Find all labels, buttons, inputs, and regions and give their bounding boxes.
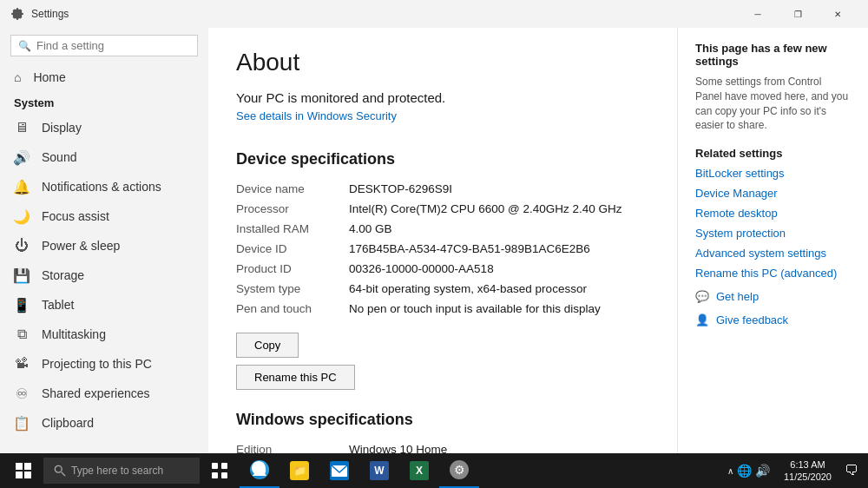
give-feedback-label: Give feedback	[716, 313, 788, 326]
taskbar-excel[interactable]: X	[399, 453, 439, 488]
spec-label-pen-touch: Pen and touch	[236, 302, 349, 315]
taskbar-app-icons: 📁 W X ⚙	[200, 453, 479, 488]
sidebar-item-projecting[interactable]: 📽 Projecting to this PC	[0, 349, 208, 379]
multitasking-icon: ⧉	[14, 326, 30, 342]
sidebar: 🔍 ⌂ Home System 🖥 Display 🔊 Sound 🔔 Noti…	[0, 28, 208, 453]
sidebar-item-display[interactable]: 🖥 Display	[0, 113, 208, 142]
monitored-text: Your PC is monitored and protected.	[236, 90, 649, 105]
svg-rect-7	[221, 463, 227, 469]
minimize-button[interactable]: ─	[738, 0, 778, 28]
close-button[interactable]: ✕	[818, 0, 858, 28]
taskbar-edge[interactable]	[240, 453, 279, 488]
sidebar-item-storage[interactable]: 💾 Storage	[0, 260, 208, 290]
svg-rect-6	[212, 463, 218, 469]
spec-value-device-name: DESKTOP-6296S9I	[349, 182, 649, 195]
excel-icon: X	[410, 461, 429, 480]
svg-point-4	[55, 465, 62, 472]
search-icon: 🔍	[18, 40, 31, 52]
taskbar-explorer[interactable]: 📁	[279, 453, 319, 488]
taskbar-settings[interactable]: ⚙	[439, 453, 479, 488]
maximize-button[interactable]: ❐	[778, 0, 818, 28]
svg-rect-3	[24, 472, 31, 478]
get-help-label: Get help	[716, 290, 759, 303]
sidebar-item-sound[interactable]: 🔊 Sound	[0, 142, 208, 172]
sidebar-projecting-label: Projecting to this PC	[42, 357, 152, 371]
taskbar-clock[interactable]: 6:13 AM 11/25/2020	[777, 458, 838, 484]
copy-button[interactable]: Copy	[236, 333, 299, 358]
search-input[interactable]	[36, 39, 190, 52]
related-link-device-manager[interactable]: Device Manager	[695, 187, 851, 200]
table-row: Pen and touch No pen or touch input is a…	[236, 299, 649, 319]
focus-icon: 🌙	[14, 208, 30, 224]
sidebar-shared-label: Shared experiences	[42, 386, 150, 400]
sidebar-item-power[interactable]: ⏻ Power & sleep	[0, 231, 208, 260]
settings-taskbar-icon: ⚙	[450, 460, 469, 479]
svg-rect-9	[221, 472, 227, 478]
related-settings-title: Related settings	[695, 147, 851, 160]
spec-label-device-id: Device ID	[236, 242, 349, 255]
sidebar-clipboard-label: Clipboard	[42, 416, 94, 430]
related-link-rename-pc[interactable]: Rename this PC (advanced)	[695, 267, 851, 280]
table-row: Product ID 00326-10000-00000-AA518	[236, 259, 649, 279]
word-icon: W	[370, 461, 389, 480]
sidebar-home-label: Home	[33, 70, 65, 84]
spec-label-device-name: Device name	[236, 182, 349, 195]
sidebar-item-clipboard[interactable]: 📋 Clipboard	[0, 408, 208, 438]
sound-icon: 🔊	[14, 149, 30, 165]
get-help-link[interactable]: 💬 Get help	[695, 290, 851, 303]
system-tray: ∧ 🌐 🔊	[720, 464, 777, 478]
sidebar-item-shared[interactable]: ♾ Shared experiences	[0, 379, 208, 408]
svg-rect-8	[212, 472, 218, 478]
home-icon: ⌂	[14, 70, 21, 84]
sidebar-search-container[interactable]: 🔍	[10, 35, 198, 56]
related-link-advanced-system[interactable]: Advanced system settings	[695, 247, 851, 260]
taskbar-mail[interactable]	[319, 453, 359, 488]
see-details-link[interactable]: See details in Windows Security	[236, 109, 397, 122]
sidebar-item-multitasking[interactable]: ⧉ Multitasking	[0, 320, 208, 349]
window-title: Settings	[31, 8, 69, 20]
taskbar-word[interactable]: W	[359, 453, 399, 488]
table-row: Processor Intel(R) Core(TM)2 CPU 6600 @ …	[236, 199, 649, 219]
app-body: 🔍 ⌂ Home System 🖥 Display 🔊 Sound 🔔 Noti…	[0, 28, 868, 453]
notification-center-button[interactable]: 🗨	[838, 453, 865, 488]
sidebar-item-tablet[interactable]: 📱 Tablet	[0, 290, 208, 320]
clock-date: 11/25/2020	[784, 471, 832, 483]
start-button[interactable]	[3, 453, 43, 488]
settings-window-icon	[10, 7, 24, 21]
sidebar-item-home[interactable]: ⌂ Home	[0, 63, 208, 91]
sidebar-display-label: Display	[42, 121, 82, 135]
give-feedback-link[interactable]: 👤 Give feedback	[695, 313, 851, 326]
sidebar-item-notifications[interactable]: 🔔 Notifications & actions	[0, 172, 208, 201]
page-title: About	[236, 49, 649, 76]
sidebar-notifications-label: Notifications & actions	[42, 180, 161, 194]
svg-rect-0	[16, 463, 23, 470]
edge-icon	[250, 460, 269, 479]
related-link-bitlocker[interactable]: BitLocker settings	[695, 167, 851, 180]
related-link-remote-desktop[interactable]: Remote desktop	[695, 207, 851, 220]
display-icon: 🖥	[14, 120, 30, 135]
windows-specs-table: Edition Windows 10 Home Version 20H2 Ins…	[236, 439, 649, 453]
clock-time: 6:13 AM	[784, 458, 832, 471]
taskbar-search-box[interactable]: Type here to search	[43, 458, 200, 484]
spec-value-system-type: 64-bit operating system, x64-based proce…	[349, 282, 649, 295]
table-row: Device name DESKTOP-6296S9I	[236, 179, 649, 199]
related-link-system-protection[interactable]: System protection	[695, 227, 851, 240]
chevron-icon[interactable]: ∧	[727, 466, 733, 476]
network-icon: 🌐	[737, 464, 752, 478]
shared-icon: ♾	[14, 386, 30, 401]
rename-pc-button[interactable]: Rename this PC	[236, 365, 355, 390]
sidebar-multitasking-label: Multitasking	[42, 327, 106, 341]
volume-icon[interactable]: 🔊	[755, 464, 770, 478]
action-buttons: Copy Rename this PC	[236, 333, 649, 397]
new-settings-title: This page has a few new settings	[695, 42, 851, 68]
sidebar-item-focus[interactable]: 🌙 Focus assist	[0, 201, 208, 231]
right-panel: This page has a few new settings Some se…	[677, 28, 868, 453]
sidebar-power-label: Power & sleep	[42, 239, 120, 253]
taskbar-taskview[interactable]	[200, 453, 240, 488]
svg-rect-1	[24, 463, 31, 470]
spec-label-system-type: System type	[236, 282, 349, 295]
table-row: System type 64-bit operating system, x64…	[236, 279, 649, 299]
tablet-icon: 📱	[14, 297, 30, 313]
table-row: Edition Windows 10 Home	[236, 439, 649, 453]
get-help-icon: 💬	[695, 290, 709, 303]
